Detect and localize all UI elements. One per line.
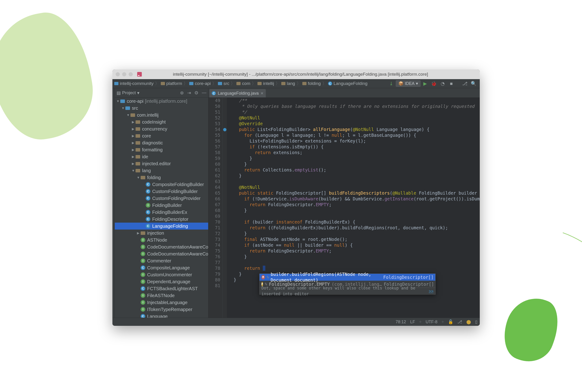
window-title: intellij-community [~/intellij-community… [142,72,459,77]
crumb-folding[interactable]: folding〉 [302,80,327,86]
ide-window: intellij-community [~/intellij-community… [112,70,480,326]
tree-row-injection: ▶injection [115,230,208,236]
navigation-bar: intellij-community〉 platform〉 core-api〉 … [112,79,480,88]
tree-row-file[interactable]: IInjectableLanguage [115,299,208,306]
file-encoding[interactable]: UTF-8 [426,320,437,324]
line-number-gutter[interactable]: 4950515253545556575859606162636465666768… [208,98,223,318]
inspections-icon[interactable]: ⬤ [466,319,471,324]
crumb-label: src [223,81,229,86]
completion-item[interactable]: M%builder.buildFoldRegions(ASTNode node,… [260,274,435,281]
close-icon[interactable]: ✕ [260,91,263,96]
titlebar: intellij-community [~/intellij-community… [112,70,480,79]
crumb-label: intellij [263,81,274,86]
project-tree[interactable]: ▼core-api[intellij.platform.core] ▼src ▼… [115,98,208,318]
tool-window-stripe[interactable] [112,88,115,318]
search-icon[interactable]: 🔍 [471,80,477,86]
chevron-down-icon: ▾ [137,90,139,96]
intellij-icon [137,72,142,77]
tree-row-dir[interactable]: ▶diagnostic [115,139,208,146]
tree-row-file[interactable]: CLanguageFolding [115,222,208,230]
collapse-icon[interactable]: ⇥ [187,90,191,96]
code-area[interactable]: 4950515253545556575859606162636465666768… [208,98,480,318]
tree-row-file[interactable]: ICustomUncommenter [115,271,208,278]
tree-row-src: ▼src [115,104,208,112]
debug-icon[interactable]: 🐞 [431,80,437,86]
class-icon: C [212,91,216,95]
editor: C LanguageFolding.java ✕ 495051525354555… [208,88,480,318]
tree-row-dir[interactable]: ▶ide [115,153,208,160]
tree-row-root: ▼core-api[intellij.platform.core] [115,98,208,104]
crumb-label: folding [308,81,321,86]
crumb-coreapi[interactable]: core-api〉 [189,80,216,86]
hint-text: Dot, space and some other keys will also… [261,285,428,297]
crumb-root[interactable]: intellij-community〉 [114,80,159,86]
crumb-platform[interactable]: platform〉 [161,80,188,86]
traffic-min[interactable] [122,72,126,76]
git-icon[interactable]: ⎇ [462,80,468,86]
editor-tab[interactable]: C LanguageFolding.java ✕ [209,89,266,98]
crumb-label: lang [287,81,295,86]
project-tool-window: ▤Project▾ ⊕ ⇥ ⚙ — ▼core-api[intellij.pla… [115,88,208,318]
hide-icon[interactable]: — [202,90,206,96]
tree-row-file[interactable]: ICodeDocumentationAwareCo [115,250,208,257]
crumb-class[interactable]: CLanguageFolding [328,81,368,86]
run-config-label: IDEA [405,81,415,86]
chevron-down-icon: ▾ [416,81,418,86]
editor-tabs: C LanguageFolding.java ✕ [208,88,480,98]
crumb-com[interactable]: com〉 [236,80,256,86]
tree-row-file[interactable]: CFCTSBackedLighterAST [115,285,208,292]
tree-row-file[interactable]: CCustomFoldingProvider [115,195,208,202]
tree-row-lang: ▼lang [115,167,208,174]
crumb-src[interactable]: src〉 [218,80,235,86]
tree-row-file[interactable]: CCompositeLanguage [115,264,208,271]
tree-row-file[interactable]: CCustomFoldingBuilder [115,188,208,195]
crumb-intellij[interactable]: intellij〉 [257,80,280,86]
crumb-label: intellij-community [120,81,154,86]
hint-link[interactable]: >> [429,288,434,294]
coverage-icon[interactable]: ◔ [440,80,446,86]
tree-row-dir[interactable]: ▶formatting [115,146,208,153]
project-icon: ▤ [117,90,121,96]
stop-icon[interactable]: ■ [448,80,454,86]
tree-row-dir[interactable]: ▶concurrency [115,126,208,132]
memory-icon[interactable]: ▯ [475,319,478,324]
traffic-close[interactable] [116,72,120,76]
gear-icon[interactable]: ⚙ [194,90,198,96]
tab-label: LanguageFolding.java [218,91,259,96]
tree-row-file[interactable]: CFoldingBuilderEx [115,209,208,216]
tree-row-file[interactable]: IDependentLanguage [115,278,208,285]
svg-rect-1 [138,75,139,76]
tree-row-dir[interactable]: ▶injected.editor [115,160,208,167]
bg-shape-1 [0,6,100,146]
tree-row-file[interactable]: IASTNode [115,236,208,244]
completion-hint: Dot, space and some other keys will also… [260,288,435,294]
git-branch-icon[interactable]: ⎇ [457,319,462,324]
project-view-selector[interactable]: ▤Project▾ [117,90,180,96]
crumb-label: platform [166,81,182,86]
crumb-label: core-api [195,81,211,86]
readonly-icon[interactable]: 🔓 [448,319,453,324]
tree-row-dir[interactable]: ▶core [115,132,208,139]
traffic-max[interactable] [129,72,133,76]
tree-row-file[interactable]: IITokenTypeRemapper [115,306,208,313]
line-separator[interactable]: LF [410,320,415,324]
tree-row-file[interactable]: IFoldingBuilder [115,202,208,209]
crumb-label: LanguageFolding [334,81,368,86]
project-title: Project [122,90,136,95]
caret-position[interactable]: 78:12 [396,320,406,324]
tree-row-file[interactable]: CFoldingDescriptor [115,216,208,222]
run-config-selector[interactable]: 📦IDEA▾ [396,80,421,87]
tree-row-file[interactable]: ICodeDocumentationAwareCo [115,244,208,250]
build-icon[interactable]: ⤓ [388,80,394,86]
tree-row-file[interactable]: CCompositeFoldingBuilder [115,181,208,188]
gutter-marks[interactable]: ⬤ [223,98,227,318]
crumb-label: com [242,81,250,86]
run-icon[interactable]: ▶ [422,80,428,86]
tree-row-file[interactable]: CLanguage [115,313,208,318]
locate-icon[interactable]: ⊕ [180,90,184,96]
tree-row-file[interactable]: ICommenter [115,257,208,264]
crumb-lang[interactable]: lang〉 [281,80,301,86]
tree-row-file[interactable]: IFileASTNode [115,292,208,299]
tree-row-dir[interactable]: ▶codeInsight [115,118,208,126]
tree-row-folding: ▼folding [115,174,208,181]
